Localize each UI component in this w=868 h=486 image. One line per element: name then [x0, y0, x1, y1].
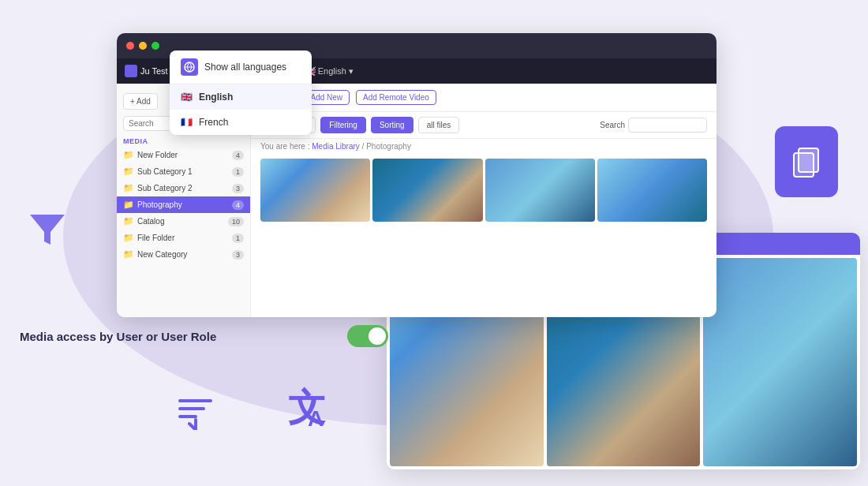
sidebar-item-file-folder[interactable]: 📁 File Folder 1	[117, 230, 250, 246]
sidebar-item-new-category[interactable]: 📁 New Category 3	[117, 246, 250, 263]
folder-icon: 📁	[123, 150, 134, 160]
search-box: Search	[600, 118, 707, 133]
sidebar-label: MEDIA	[117, 134, 250, 147]
filtering-button[interactable]: Filtering	[320, 117, 366, 133]
language-option-french[interactable]: 🇫🇷 French	[170, 110, 312, 135]
sidebar-item-catalog[interactable]: 📁 Catalog 10	[117, 213, 250, 230]
sidebar-item-sub2[interactable]: 📁 Sub Category 2 3	[117, 180, 250, 196]
image-cell-boats	[485, 159, 595, 222]
image-cell-surfers	[260, 159, 370, 222]
media-access-label: Media access by User or User Role	[20, 330, 216, 343]
all-files-button[interactable]: all files	[418, 117, 460, 133]
sort-icon	[174, 387, 217, 433]
add-remote-button[interactable]: Add Remote Video	[356, 90, 436, 105]
image-cell-wave	[597, 159, 707, 222]
search-label: Search	[600, 121, 625, 129]
folder-icon: 📁	[123, 216, 134, 226]
breadcrumb: You are here : Media Library / Photograp…	[251, 139, 716, 154]
toolbar: Bulk select Filtering Sorting all files …	[251, 112, 716, 139]
sidebar-item-sub1[interactable]: 📁 Sub Category 1 1	[117, 163, 250, 180]
show-all-label: Show all languages	[204, 62, 286, 73]
media-access-toggle[interactable]	[347, 325, 388, 347]
main-header: a Library Add New Add Remote Video	[251, 84, 716, 112]
folder-icon: 📁	[123, 200, 134, 210]
filter-icon	[24, 205, 71, 256]
image-cell-underwater	[372, 159, 482, 222]
minimize-dot	[139, 42, 147, 50]
nav-logo: Ju Test	[125, 65, 168, 77]
language-option-english[interactable]: 🇬🇧 English	[170, 84, 312, 110]
uk-flag-icon: 🇬🇧	[181, 92, 193, 103]
breadcrumb-media-library[interactable]: Media Library	[312, 142, 360, 151]
folder-icon: 📁	[123, 233, 134, 243]
nav-logo-icon	[125, 65, 137, 77]
add-button[interactable]: + Add	[123, 93, 158, 110]
svg-text:A: A	[308, 406, 324, 431]
sorting-button[interactable]: Sorting	[371, 117, 413, 133]
search-input[interactable]	[628, 118, 707, 133]
close-dot	[126, 42, 134, 50]
chevron-down-icon: ▾	[349, 66, 354, 77]
fr-flag-icon: 🇫🇷	[181, 117, 193, 128]
folder-icon: 📁	[123, 249, 134, 260]
copy-icon	[775, 126, 838, 197]
nav-user: Ju Test	[140, 66, 168, 76]
image-grid	[251, 154, 716, 317]
translate-icon: 文 A	[284, 383, 335, 437]
main-content: a Library Add New Add Remote Video Bulk …	[251, 84, 716, 317]
folder-icon: 📁	[123, 183, 134, 193]
maximize-dot	[152, 42, 159, 50]
svg-rect-6	[794, 153, 814, 177]
show-all-languages-option[interactable]: Show all languages	[170, 50, 312, 84]
browser2-img-boats	[703, 258, 857, 466]
folder-icon: 📁	[123, 166, 134, 177]
breadcrumb-current: Photography	[366, 142, 411, 151]
sidebar-item-new-folder[interactable]: 📁 New Folder 4	[117, 147, 250, 163]
language-dropdown: Show all languages 🇬🇧 English 🇫🇷 French	[170, 50, 312, 135]
globe-icon	[181, 58, 198, 76]
sidebar-item-photography[interactable]: 📁 Photography 4	[117, 196, 250, 213]
